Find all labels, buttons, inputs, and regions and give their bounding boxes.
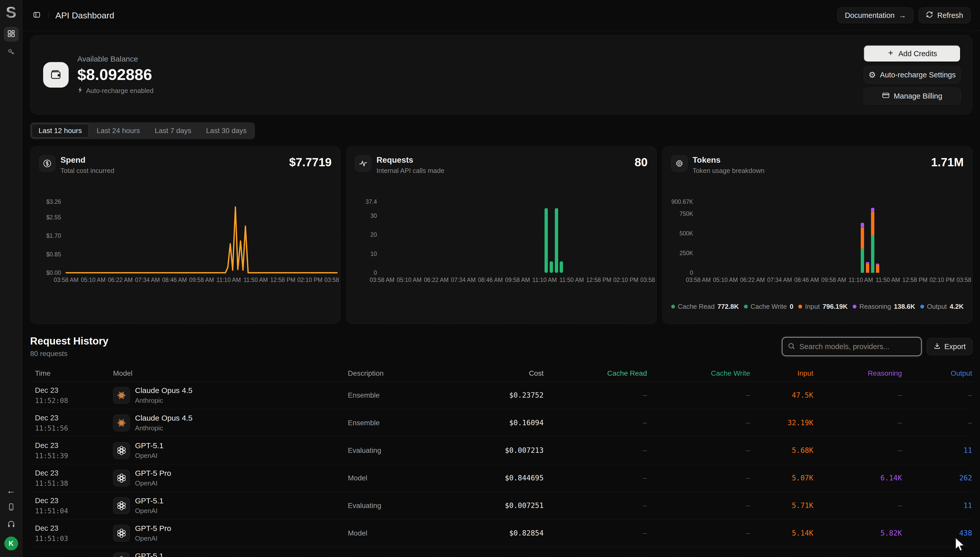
column-header-cost: Cost — [427, 369, 544, 378]
add-credits-button[interactable]: Add Credits — [864, 45, 961, 62]
app-logo: S — [6, 3, 16, 21]
table-row[interactable]: Dec 2311:52:08Claude Opus 4.5AnthropicEn… — [30, 381, 973, 409]
table-row[interactable]: Dec 2311:51:04GPT-5.1OpenAIEvaluating$0.… — [30, 492, 973, 520]
svg-text:0: 0 — [374, 269, 377, 276]
manage-billing-label: Manage Billing — [894, 92, 942, 100]
sidebar-item-dashboard[interactable] — [4, 27, 19, 42]
spend-subtitle: Total cost incurred — [60, 167, 114, 175]
device-icon[interactable] — [7, 503, 15, 512]
svg-text:30: 30 — [371, 212, 377, 219]
svg-text:11:10 AM: 11:10 AM — [216, 277, 241, 283]
svg-text:08:46 AM: 08:46 AM — [478, 277, 503, 283]
collapse-back-icon[interactable]: ← — [6, 486, 16, 495]
dollar-circle-icon — [39, 155, 55, 172]
balance-info: Available Balance $8.092886 Auto-recharg… — [77, 55, 154, 95]
tokens-chart: 0250K500K750K900.67K03:58 AM05:10 AM06:2… — [662, 195, 972, 284]
table-row[interactable]: Dec 2311:51:03GPT-5 ProOpenAIModel$0.828… — [30, 520, 973, 547]
svg-text:11:50 AM: 11:50 AM — [243, 277, 268, 283]
search-input[interactable] — [799, 342, 916, 351]
svg-text:11:10 AM: 11:10 AM — [532, 277, 557, 283]
balance-actions: Add Credits ⚙ Auto-recharge Settings Man… — [864, 45, 961, 104]
time-tab-last-30-days[interactable]: Last 30 days — [199, 124, 254, 138]
documentation-button[interactable]: Documentation → — [837, 7, 913, 23]
time-tab-last-12-hours[interactable]: Last 12 hours — [32, 124, 89, 138]
svg-text:02:10 PM: 02:10 PM — [613, 277, 639, 283]
column-header-reasoning: Reasoning — [813, 369, 902, 378]
svg-text:11:10 AM: 11:10 AM — [849, 277, 873, 283]
auto-recharge-note: Auto-recharge enabled — [77, 86, 154, 95]
column-header-output: Output — [902, 369, 972, 378]
table-row[interactable]: Dec 23GPT-5.1OpenAIEvaluating$0.013681––… — [30, 547, 973, 557]
credit-card-icon — [882, 91, 890, 101]
svg-text:12:58 PM: 12:58 PM — [586, 277, 612, 283]
spend-card: Spend Total cost incurred $7.7719 $0.00$… — [30, 147, 341, 324]
spend-value: $7.7719 — [289, 155, 331, 169]
svg-text:09:58 AM: 09:58 AM — [821, 277, 846, 283]
search-box — [782, 337, 922, 356]
user-avatar[interactable]: K — [4, 537, 18, 550]
export-button[interactable]: Export — [926, 338, 973, 355]
column-header-model: Model — [113, 369, 348, 378]
tokens-legend: Cache Read772.8KCache Write0Input796.19K… — [662, 284, 972, 311]
topbar-actions: Documentation → Refresh — [837, 7, 970, 23]
svg-text:$0.00: $0.00 — [47, 269, 61, 276]
manage-billing-button[interactable]: Manage Billing — [864, 88, 961, 104]
column-header-time: Time — [35, 369, 113, 378]
panel-left-icon — [32, 11, 41, 20]
tokens-card: Tokens Token usage breakdown 1.71M 0250K… — [662, 147, 973, 324]
svg-text:03:58 AM: 03:58 AM — [686, 277, 711, 283]
svg-text:900.67K: 900.67K — [671, 199, 693, 205]
svg-text:0: 0 — [690, 269, 693, 276]
anthropic-logo-icon — [113, 414, 130, 432]
svg-text:09:58 AM: 09:58 AM — [189, 277, 214, 283]
openai-logo-icon — [113, 552, 130, 557]
tokens-title: Tokens — [693, 155, 764, 165]
openai-logo-icon — [113, 497, 130, 514]
page-title: API Dashboard — [55, 10, 114, 20]
spend-chart: $0.00$0.85$1.70$2.55$3.2603:58 AM05:10 A… — [30, 195, 340, 284]
column-header-cache-write: Cache Write — [647, 369, 750, 378]
sidebar: S ← K — [0, 0, 23, 557]
sidebar-bottom: ← K — [4, 486, 18, 550]
dashboard-grid-icon — [7, 29, 16, 39]
svg-text:03:58 AM: 03:58 AM — [370, 277, 394, 283]
svg-text:$3.26: $3.26 — [47, 199, 61, 205]
sidebar-item-api-keys[interactable] — [4, 45, 19, 60]
time-tab-last-7-days[interactable]: Last 7 days — [148, 124, 198, 138]
column-header-cache-read: Cache Read — [544, 369, 647, 378]
svg-text:$0.85: $0.85 — [47, 251, 61, 258]
requests-card: Requests Internal API calls made 80 0102… — [346, 147, 656, 324]
balance-card: Available Balance $8.092886 Auto-recharg… — [30, 35, 973, 114]
openai-logo-icon — [113, 525, 130, 542]
gear-icon: ⚙ — [868, 71, 876, 79]
requests-title: Requests — [376, 155, 444, 165]
export-label: Export — [944, 342, 966, 351]
refresh-button[interactable]: Refresh — [918, 7, 970, 23]
headphones-icon[interactable] — [7, 520, 15, 529]
column-header-input: Input — [750, 369, 813, 378]
table-header-row: TimeModelDescriptionCostCache ReadCache … — [30, 365, 973, 381]
search-icon — [788, 342, 795, 351]
legend-input: Input796.19K — [798, 303, 847, 311]
svg-text:06:22 AM: 06:22 AM — [424, 277, 449, 283]
svg-text:07:34 AM: 07:34 AM — [767, 277, 792, 283]
topbar-divider — [49, 11, 49, 19]
svg-text:05:10 AM: 05:10 AM — [713, 277, 738, 283]
arrow-right-icon: → — [899, 11, 906, 20]
requests-subtitle: Internal API calls made — [376, 167, 444, 175]
svg-text:$2.55: $2.55 — [47, 214, 61, 221]
table-row[interactable]: Dec 2311:51:56Claude Opus 4.5AnthropicEn… — [30, 409, 973, 437]
balance-label: Available Balance — [77, 55, 154, 64]
auto-recharge-note-text: Auto-recharge enabled — [86, 87, 154, 95]
svg-text:06:22 AM: 06:22 AM — [108, 277, 133, 283]
time-tab-last-24-hours[interactable]: Last 24 hours — [90, 124, 147, 138]
table-row[interactable]: Dec 2311:51:39GPT-5.1OpenAIEvaluating$0.… — [30, 437, 973, 464]
stat-cards: Spend Total cost incurred $7.7719 $0.00$… — [30, 147, 973, 324]
refresh-icon — [926, 11, 933, 20]
sidebar-toggle-button[interactable] — [30, 9, 44, 22]
request-history-header: Request History 80 requests Expo — [30, 336, 973, 358]
auto-recharge-settings-button[interactable]: ⚙ Auto-recharge Settings — [864, 67, 961, 83]
table-row[interactable]: Dec 2311:51:38GPT-5 ProOpenAIModel$0.844… — [30, 464, 973, 492]
svg-text:03:58 PM: 03:58 PM — [325, 277, 340, 283]
svg-text:20: 20 — [371, 231, 377, 238]
